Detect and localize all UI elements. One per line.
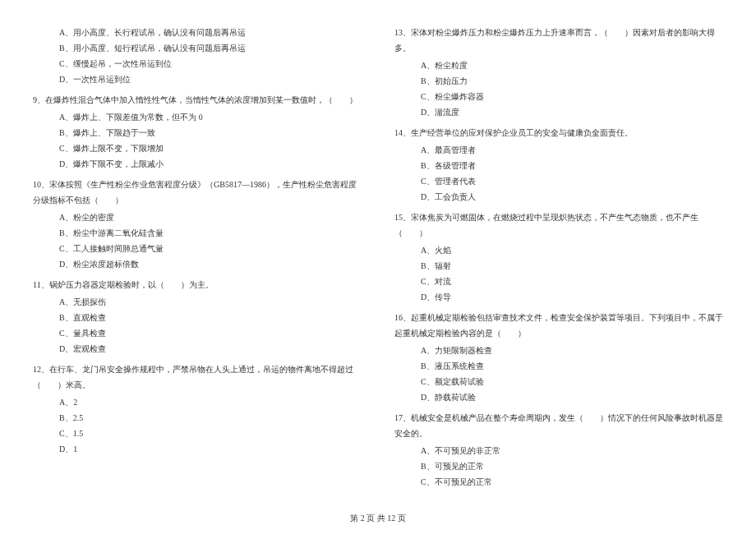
- option-11b: B、直观检查: [33, 310, 362, 325]
- question-17-text: 17、机械安全是机械产品在整个寿命周期内，发生（ ）情况下的任何风险事故时机器是…: [394, 410, 723, 441]
- option-12b: B、2.5: [33, 410, 362, 426]
- option-12c: C、1.5: [33, 426, 362, 441]
- question-10: 10、宋体按照《生产性粉尘作业危害程度分级》（GB5817—1986），生产性粉…: [33, 177, 362, 272]
- option-15a: A、火焰: [394, 242, 723, 258]
- option-16c: C、额定载荷试验: [394, 374, 723, 389]
- option-13c: C、粉尘爆炸容器: [394, 89, 723, 104]
- option-8a: A、用小高度、长行程试吊，确认没有问题后再吊运: [33, 25, 362, 40]
- option-17a: A、不可预见的非正常: [394, 443, 723, 458]
- question-14: 14、生产经营单位的应对保护企业员工的安全与健康负全面责任。 A、最高管理者 B…: [394, 125, 723, 205]
- option-12d: D、1: [33, 441, 362, 457]
- option-15b: B、辐射: [394, 258, 723, 274]
- option-8c: C、缓慢起吊，一次性吊运到位: [33, 56, 362, 71]
- option-10a: A、粉尘的密度: [33, 209, 362, 225]
- option-10b: B、粉尘中游离二氧化硅含量: [33, 225, 362, 241]
- option-8b: B、用小高度、短行程试吊，确认没有问题后再吊运: [33, 40, 362, 56]
- question-17: 17、机械安全是机械产品在整个寿命周期内，发生（ ）情况下的任何风险事故时机器是…: [394, 410, 723, 490]
- option-9c: C、爆炸上限不变，下限增加: [33, 140, 362, 156]
- option-16b: B、液压系统检查: [394, 358, 723, 374]
- option-14d: D、工会负责人: [394, 189, 723, 205]
- question-10-text: 10、宋体按照《生产性粉尘作业危害程度分级》（GB5817—1986），生产性粉…: [33, 177, 362, 208]
- question-12: 12、在行车、龙门吊安全操作规程中，严禁吊物在人头上通过，吊运的物件离地不得超过…: [33, 361, 362, 457]
- option-8d: D、一次性吊运到位: [33, 71, 362, 87]
- option-9b: B、爆炸上、下限趋于一致: [33, 125, 362, 140]
- question-16-text: 16、起重机械定期检验包括审查技术文件，检查安全保护装置等项目。下列项目中，不属…: [394, 310, 723, 341]
- option-13b: B、初始压力: [394, 73, 723, 89]
- question-12-text: 12、在行车、龙门吊安全操作规程中，严禁吊物在人头上通过，吊运的物件离地不得超过…: [33, 361, 362, 393]
- question-9-text: 9、在爆炸性混合气体中加入惰性性气体，当惰性气体的浓度增加到某一数值时，（ ）: [33, 92, 362, 108]
- option-14b: B、各级管理者: [394, 158, 723, 173]
- question-8-continued: A、用小高度、长行程试吊，确认没有问题后再吊运 B、用小高度、短行程试吊，确认没…: [33, 25, 362, 87]
- page-content: A、用小高度、长行程试吊，确认没有问题后再吊运 B、用小高度、短行程试吊，确认没…: [33, 25, 723, 493]
- option-11a: A、无损探伤: [33, 294, 362, 310]
- option-15d: D、传导: [394, 289, 723, 305]
- option-11c: C、量具检查: [33, 325, 362, 341]
- option-11d: D、宏观检查: [33, 341, 362, 357]
- option-14c: C、管理者代表: [394, 173, 723, 189]
- question-11: 11、锅炉压力容器定期检验时，以（ ）为主。 A、无损探伤 B、直观检查 C、量…: [33, 277, 362, 357]
- option-16d: D、静载荷试验: [394, 389, 723, 405]
- option-13d: D、湍流度: [394, 104, 723, 120]
- option-10d: D、粉尘浓度超标倍数: [33, 256, 362, 272]
- question-15-text: 15、宋体焦炭为可燃固体，在燃烧过程中呈现炽热状态，不产生气态物质，也不产生（ …: [394, 209, 723, 241]
- question-13: 13、宋体对粉尘爆炸压力和粉尘爆炸压力上升速率而言，（ ）因素对后者的影响大得多…: [394, 25, 723, 120]
- question-16: 16、起重机械定期检验包括审查技术文件，检查安全保护装置等项目。下列项目中，不属…: [394, 310, 723, 405]
- option-16a: A、力矩限制器检查: [394, 343, 723, 358]
- option-17b: B、可预见的正常: [394, 458, 723, 474]
- option-17c: C、不可预见的正常: [394, 474, 723, 490]
- question-11-text: 11、锅炉压力容器定期检验时，以（ ）为主。: [33, 277, 362, 292]
- option-12a: A、2: [33, 394, 362, 410]
- option-15c: C、对流: [394, 274, 723, 289]
- option-10c: C、工人接触时间肺总通气量: [33, 241, 362, 256]
- question-13-text: 13、宋体对粉尘爆炸压力和粉尘爆炸压力上升速率而言，（ ）因素对后者的影响大得多…: [394, 25, 723, 56]
- page-footer: 第 2 页 共 12 页: [0, 513, 756, 524]
- option-9d: D、爆炸下限不变，上限减小: [33, 156, 362, 172]
- question-9: 9、在爆炸性混合气体中加入惰性性气体，当惰性气体的浓度增加到某一数值时，（ ） …: [33, 92, 362, 172]
- question-15: 15、宋体焦炭为可燃固体，在燃烧过程中呈现炽热状态，不产生气态物质，也不产生（ …: [394, 209, 723, 305]
- question-14-text: 14、生产经营单位的应对保护企业员工的安全与健康负全面责任。: [394, 125, 723, 140]
- option-14a: A、最高管理者: [394, 142, 723, 158]
- option-13a: A、粉尘粒度: [394, 58, 723, 73]
- option-9a: A、爆炸上、下限差值为常数，但不为 0: [33, 109, 362, 125]
